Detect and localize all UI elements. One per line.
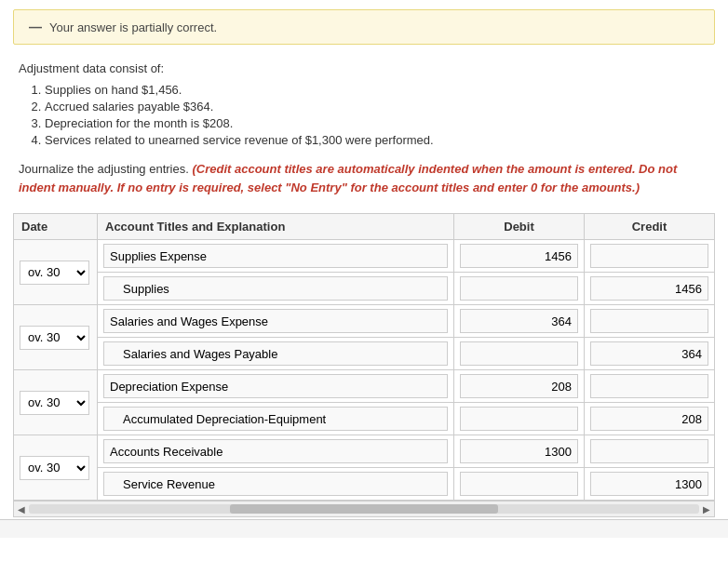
credit-blank-input-3[interactable]: [590, 439, 708, 463]
journal-table: Date Account Titles and Explanation Debi…: [13, 213, 715, 501]
account-credit-cell-1[interactable]: [98, 338, 454, 370]
credit-blank-input-1[interactable]: [590, 309, 708, 333]
debit-blank-input-2[interactable]: [460, 407, 578, 431]
credit-input-2[interactable]: [590, 407, 708, 431]
date-select-2[interactable]: ov. 30: [20, 391, 89, 415]
account-debit-cell-2[interactable]: [98, 370, 454, 403]
debit-blank-cell-1[interactable]: [454, 338, 585, 370]
debit-blank-cell-2[interactable]: [454, 403, 585, 435]
account-credit-input-0[interactable]: [103, 276, 448, 301]
debit-input-3[interactable]: [460, 439, 578, 463]
instructions-intro: Adjustment data consist of:: [19, 61, 709, 75]
debit-cell-0[interactable]: [454, 240, 585, 273]
account-debit-input-2[interactable]: [103, 374, 448, 398]
date-select-1[interactable]: ov. 30: [20, 326, 89, 350]
scroll-thumb: [230, 504, 498, 514]
table-row: ov. 30: [14, 240, 715, 273]
debit-input-2[interactable]: [460, 374, 578, 398]
account-debit-input-3[interactable]: [103, 439, 448, 463]
date-cell-2[interactable]: ov. 30: [14, 370, 98, 435]
horizontal-scrollbar[interactable]: ◀ ▶: [13, 501, 715, 517]
credit-input-1[interactable]: [590, 341, 708, 366]
debit-blank-cell-0[interactable]: [454, 273, 585, 305]
header-debit: Debit: [454, 214, 585, 240]
credit-debit-row-cell-2[interactable]: [585, 370, 715, 403]
header-account: Account Titles and Explanation: [98, 214, 454, 240]
credit-input-0[interactable]: [590, 276, 708, 301]
account-credit-input-3[interactable]: [103, 472, 448, 496]
credit-cell-0[interactable]: [585, 273, 715, 305]
credit-blank-input-0[interactable]: [590, 244, 708, 268]
table-row: ov. 30: [14, 370, 715, 403]
list-item-4: Services related to unearned service rev…: [45, 133, 709, 147]
account-credit-cell-2[interactable]: [98, 403, 454, 435]
table-row: ov. 30: [14, 305, 715, 338]
table-row-credit: [14, 338, 715, 370]
table-row: ov. 30: [14, 435, 715, 468]
date-select-3[interactable]: ov. 30: [20, 456, 89, 480]
list-item-3: Depreciation for the month is $208.: [45, 116, 709, 130]
date-select-0[interactable]: ov. 30: [20, 261, 89, 285]
alert-text: Your answer is partially correct.: [49, 20, 217, 34]
table-row-credit: [14, 273, 715, 305]
date-cell-3[interactable]: ov. 30: [14, 435, 98, 501]
scroll-right-arrow[interactable]: ▶: [703, 504, 710, 515]
account-debit-input-1[interactable]: [103, 309, 448, 333]
debit-input-0[interactable]: [460, 244, 578, 268]
account-credit-cell-0[interactable]: [98, 273, 454, 305]
table-row-credit: [14, 403, 715, 435]
credit-cell-2[interactable]: [585, 403, 715, 435]
account-credit-input-2[interactable]: [103, 407, 448, 431]
credit-debit-row-cell-0[interactable]: [585, 240, 715, 273]
debit-blank-input-0[interactable]: [460, 276, 578, 301]
journalize-prefix: Journalize the adjusting entries.: [19, 162, 192, 176]
credit-cell-3[interactable]: [585, 468, 715, 501]
debit-cell-3[interactable]: [454, 435, 585, 468]
scroll-track[interactable]: [29, 504, 699, 514]
scroll-left-arrow[interactable]: ◀: [18, 504, 25, 515]
date-cell-0[interactable]: ov. 30: [14, 240, 98, 305]
alert-icon: —: [29, 20, 42, 34]
debit-cell-2[interactable]: [454, 370, 585, 403]
journalize-instructions: Journalize the adjusting entries. (Credi…: [19, 160, 709, 196]
journal-table-wrapper: Date Account Titles and Explanation Debi…: [13, 213, 715, 501]
debit-blank-cell-3[interactable]: [454, 468, 585, 501]
credit-blank-input-2[interactable]: [590, 374, 708, 398]
list-item-1: Supplies on hand $1,456.: [45, 83, 709, 97]
credit-debit-row-cell-1[interactable]: [585, 305, 715, 338]
debit-blank-input-1[interactable]: [460, 341, 578, 366]
account-debit-cell-0[interactable]: [98, 240, 454, 273]
credit-input-3[interactable]: [590, 472, 708, 496]
account-debit-input-0[interactable]: [103, 244, 448, 268]
account-debit-cell-1[interactable]: [98, 305, 454, 338]
table-row-credit: [14, 468, 715, 501]
header-date: Date: [14, 214, 98, 240]
debit-input-1[interactable]: [460, 309, 578, 333]
date-cell-1[interactable]: ov. 30: [14, 305, 98, 370]
debit-cell-1[interactable]: [454, 305, 585, 338]
bottom-bar: [0, 519, 728, 538]
instructions-list: Supplies on hand $1,456. Accrued salarie…: [19, 83, 709, 147]
instructions-section: Adjustment data consist of: Supplies on …: [0, 58, 728, 213]
credit-cell-1[interactable]: [585, 338, 715, 370]
account-credit-input-1[interactable]: [103, 341, 448, 366]
account-credit-cell-3[interactable]: [98, 468, 454, 501]
credit-debit-row-cell-3[interactable]: [585, 435, 715, 468]
debit-blank-input-3[interactable]: [460, 472, 578, 496]
list-item-2: Accrued salaries payable $364.: [45, 100, 709, 114]
header-credit: Credit: [585, 214, 715, 240]
account-debit-cell-3[interactable]: [98, 435, 454, 468]
alert-banner: — Your answer is partially correct.: [13, 9, 715, 45]
